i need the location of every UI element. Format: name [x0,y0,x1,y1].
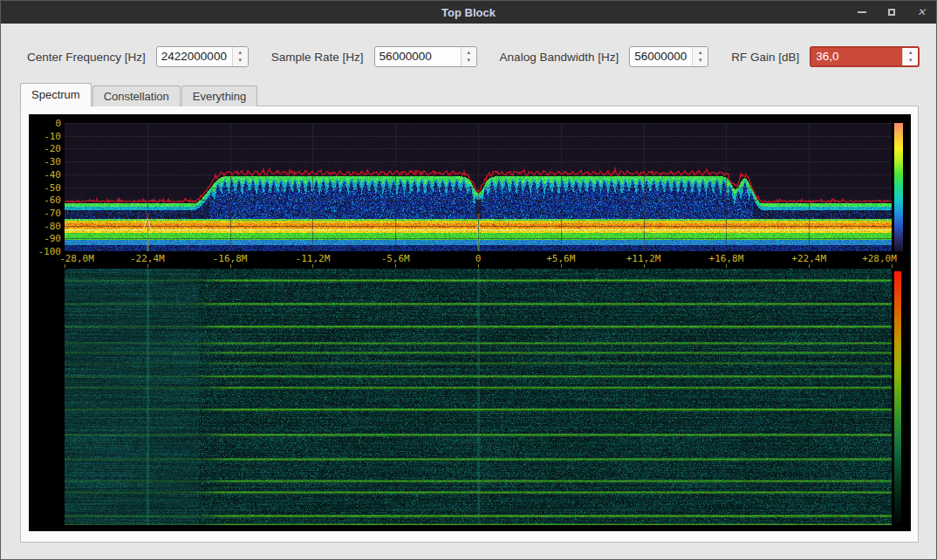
y-tick-label: -10 [29,131,61,142]
y-tick-label: -80 [29,221,61,232]
x-tick-label: -16,8M [213,253,248,264]
maximize-button[interactable] [886,6,898,18]
sample-rate-value[interactable]: 56000000 [375,47,461,66]
x-tick-mark [892,264,893,268]
y-tick-label: -60 [29,195,61,206]
x-tick-label: +11,2M [626,253,661,264]
x-tick-mark [478,264,479,268]
x-tick-label: -5,6M [381,253,410,264]
rf-gain-label: RF Gain [dB] [731,51,799,64]
x-tick-mark [561,264,562,268]
x-tick-mark [147,264,148,268]
maximize-icon [888,9,895,16]
rf-gain-value[interactable]: 36,0 [811,48,902,65]
step-down-icon[interactable]: ▼ [693,57,708,65]
window-controls: ✕ [856,1,927,24]
x-tick-mark [809,264,810,268]
x-tick-mark [230,264,231,268]
waterfall-plot[interactable] [65,269,892,525]
spectrum-colorbar [894,123,903,251]
x-tick-label: -22,4M [130,253,165,264]
step-down-icon[interactable]: ▼ [462,57,476,65]
y-tick-label: -100 [29,246,61,257]
center-frequency-steppers[interactable]: ▲▼ [232,47,248,66]
x-tick-label: 0 [475,253,482,264]
x-tick-label: +28,0M [862,253,897,264]
tab-spectrum[interactable]: Spectrum [20,83,92,106]
x-tick-label: +22,4M [791,253,826,264]
field-group-center-frequency: Center Frequency [Hz]2422000000▲▼ [27,46,249,67]
tab-constellation[interactable]: Constellation [92,85,181,106]
tab-panel: 0-10-20-30-40-50-60-70-80-90-100 -28,0M-… [20,106,919,543]
field-group-analog-bandwidth: Analog Bandwidth [Hz]56000000▲▼ [500,46,709,67]
step-up-icon[interactable]: ▲ [693,49,708,57]
minimize-button[interactable] [856,6,868,18]
tab-bar: SpectrumConstellationEverything [20,85,258,106]
x-tick-label: +16,8M [709,253,744,264]
center-frequency-value[interactable]: 2422000000 [157,47,232,66]
sample-rate-spinbox[interactable]: 56000000▲▼ [374,46,477,67]
app-window: Top Block ✕ Center Frequency [Hz]2422000… [0,0,937,560]
y-tick-label: -90 [29,233,61,244]
minimize-icon [858,11,866,13]
center-frequency-label: Center Frequency [Hz] [27,51,146,64]
field-group-sample-rate: Sample Rate [Hz]56000000▲▼ [271,46,477,67]
analog-bandwidth-label: Analog Bandwidth [Hz] [500,51,619,64]
step-down-icon[interactable]: ▼ [903,57,918,65]
x-tick-mark [65,264,65,268]
sample-rate-label: Sample Rate [Hz] [271,51,364,64]
step-up-icon[interactable]: ▲ [462,49,476,57]
y-tick-label: 0 [29,118,61,129]
plot-container: 0-10-20-30-40-50-60-70-80-90-100 -28,0M-… [29,114,911,531]
step-up-icon[interactable]: ▲ [233,49,248,57]
y-tick-label: -30 [29,156,61,167]
x-tick-mark [395,264,396,268]
analog-bandwidth-steppers[interactable]: ▲▼ [692,47,708,66]
y-tick-label: -40 [29,169,61,181]
x-tick-label: +5,6M [546,253,575,264]
rf-gain-steppers[interactable]: ▲▼ [902,48,918,65]
step-up-icon[interactable]: ▲ [903,49,918,57]
x-tick-mark [644,264,645,268]
sample-rate-steppers[interactable]: ▲▼ [461,47,476,66]
tab-everything[interactable]: Everything [181,85,257,106]
analog-bandwidth-spinbox[interactable]: 56000000▲▼ [629,46,708,67]
toolbar: Center Frequency [Hz]2422000000▲▼Sample … [1,43,936,71]
close-button[interactable]: ✕ [915,6,927,18]
close-icon: ✕ [917,6,926,18]
analog-bandwidth-value[interactable]: 56000000 [630,47,692,66]
x-tick-mark [312,264,313,268]
y-tick-label: -50 [29,182,61,194]
x-tick-label: -28,0M [59,253,94,264]
y-tick-label: -20 [29,143,61,154]
spectrum-plot[interactable] [65,123,892,251]
center-frequency-spinbox[interactable]: 2422000000▲▼ [156,46,249,67]
step-down-icon[interactable]: ▼ [233,57,248,65]
waterfall-colorbar [894,271,901,522]
title-bar[interactable]: Top Block ✕ [1,1,936,24]
y-tick-label: -70 [29,208,61,219]
field-group-rf-gain: RF Gain [dB]36,0▲▼ [731,46,920,67]
rf-gain-spinbox[interactable]: 36,0▲▼ [810,46,920,67]
window-title: Top Block [441,6,496,19]
x-tick-mark [726,264,727,268]
x-tick-label: -11,2M [296,253,331,264]
